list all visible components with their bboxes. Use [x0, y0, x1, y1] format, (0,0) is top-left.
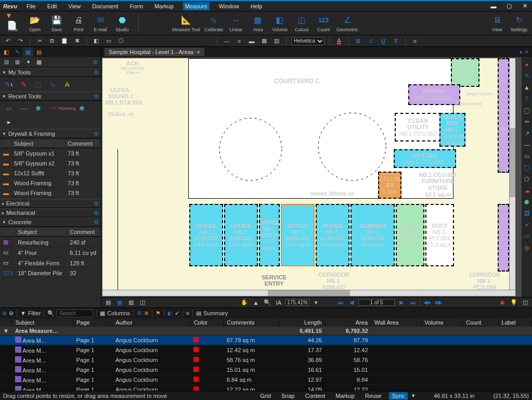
- del-icon[interactable]: ✖: [144, 310, 149, 317]
- panel-gear-icon[interactable]: ⚙: [93, 59, 100, 66]
- zoom-tool-icon[interactable]: 🔍: [263, 299, 272, 307]
- room-orange[interactable]: NB.1.CCU.05ES5.1sq. m: [378, 172, 401, 199]
- tab-toolchest[interactable]: ◧: [1, 47, 11, 57]
- measure-tool-button[interactable]: 📐Measure Tool: [172, 15, 200, 32]
- room-duct[interactable]: DUCTNB.1.PLT.00411.3 sq.m: [425, 204, 454, 266]
- drywall-row[interactable]: ▬Wood Framing73 ft: [1, 189, 100, 198]
- status-sync[interactable]: Sync: [389, 392, 408, 399]
- room-office-3[interactable]: OFFICENB.1.ADM.008.2sq.m: [259, 204, 280, 266]
- room-oncall[interactable]: ON CALLNB.1.CCU.055: [394, 149, 456, 168]
- new-button[interactable]: ▾📄New: [4, 15, 22, 32]
- rtool-15[interactable]: ✔: [523, 221, 531, 229]
- hand-tool-icon[interactable]: ✋: [240, 299, 249, 307]
- col-color[interactable]: Color: [190, 318, 223, 327]
- viewmode-4[interactable]: ◫: [138, 299, 147, 307]
- status-markup[interactable]: Markup: [332, 392, 358, 399]
- rtool-11[interactable]: ⬠: [523, 175, 531, 183]
- recent-2[interactable]: —: [18, 103, 29, 113]
- tool1-icon[interactable]: ◧: [92, 37, 101, 45]
- status-sync-dropdown[interactable]: ▾: [412, 392, 415, 399]
- expand-icon[interactable]: ⊕: [2, 310, 7, 317]
- gear-icon[interactable]: ⚙: [94, 131, 99, 137]
- calibrate-button[interactable]: ∿Calibrate: [204, 15, 223, 32]
- status-grid[interactable]: Grid: [257, 392, 274, 399]
- studio-button[interactable]: ⬣Studio: [113, 15, 131, 32]
- concrete-row[interactable]: ▭4" Pour6.11 cu yd: [1, 248, 100, 257]
- menu-form[interactable]: Form: [127, 2, 145, 10]
- col-page[interactable]: Page: [73, 318, 112, 327]
- gear2-icon[interactable]: ⚙: [137, 310, 142, 317]
- status-reuse[interactable]: Reuse: [362, 392, 385, 399]
- room-seminar[interactable]: SEMINARNB.1.ADM.00616.0 sq.m: [351, 204, 395, 266]
- bold-button[interactable]: B: [354, 37, 363, 45]
- zoom-dropdown[interactable]: ▾: [312, 299, 321, 307]
- viewmode-1[interactable]: ▤: [103, 299, 113, 307]
- next-page-icon[interactable]: ▶: [397, 299, 406, 307]
- viewmode-3[interactable]: ▥: [126, 299, 136, 307]
- concrete-row[interactable]: ▦Resurfacing240 sf: [1, 238, 100, 247]
- minimize-icon[interactable]: ▬: [489, 3, 498, 9]
- menu-view[interactable]: View: [67, 2, 83, 10]
- col-subject[interactable]: Subject: [12, 318, 73, 327]
- room-right-purple[interactable]: [498, 58, 509, 173]
- gear-icon[interactable]: ⚙: [94, 93, 99, 100]
- menu-window[interactable]: Window: [217, 2, 241, 10]
- lineweight-icon[interactable]: ≡: [235, 37, 244, 45]
- menu-help[interactable]: Help: [249, 2, 265, 10]
- linecolor-icon[interactable]: ▬: [247, 37, 256, 45]
- rtool-7[interactable]: ↗: [523, 129, 531, 137]
- hscrollbar[interactable]: [102, 290, 515, 296]
- drywall-row[interactable]: ▬Wood Framing73 ft: [1, 179, 100, 188]
- markup-row[interactable]: Area M…Page 1Angus Cockburn87.79 sq m44.…: [0, 336, 532, 345]
- close-icon[interactable]: ✕: [521, 3, 529, 9]
- view-button[interactable]: 🖥View: [488, 15, 506, 32]
- markup-row[interactable]: Area M…Page 1Angus Cockburn8.84 sq m12.9…: [0, 375, 532, 385]
- open-button[interactable]: 📂Open: [26, 15, 44, 32]
- split-icon[interactable]: ◫: [521, 299, 530, 307]
- concrete-row[interactable]: ▭4" Flexible Form128 ft: [1, 259, 100, 268]
- status-icon[interactable]: ◐: [167, 310, 173, 317]
- viewmode-2[interactable]: ▦: [115, 299, 124, 307]
- rtool-6[interactable]: ✏: [523, 118, 531, 126]
- room-office-4-selected[interactable]: OFFICENB.1.ADM.00414.0 sq.m: [281, 204, 315, 266]
- list-icon[interactable]: ≡: [186, 310, 189, 316]
- tab-bookmarks[interactable]: ▤: [34, 47, 44, 57]
- email-button[interactable]: ✉E-mail: [92, 15, 109, 32]
- copy-icon[interactable]: ⧉: [47, 37, 57, 45]
- menu-document[interactable]: Document: [90, 2, 120, 10]
- mytool-3[interactable]: ⬚: [32, 79, 44, 89]
- drywall-row[interactable]: ▬5/8" Gypsum x173 ft: [1, 149, 100, 158]
- rtool-5[interactable]: ◯: [523, 106, 531, 114]
- page-input[interactable]: [358, 299, 395, 306]
- linear-button[interactable]: ↔Linear: [227, 15, 245, 32]
- col-volume[interactable]: Volume: [421, 318, 463, 327]
- menu-measure[interactable]: Measure: [183, 2, 210, 10]
- filter-label[interactable]: Filter: [28, 310, 41, 316]
- recent-3[interactable]: ❄: [32, 103, 44, 113]
- tab-dropdown-icon[interactable]: ▾ ✕: [520, 49, 529, 56]
- mytool-2[interactable]: ✎: [18, 79, 29, 89]
- col-area[interactable]: Area: [325, 318, 371, 327]
- rtool-3[interactable]: ▲: [523, 83, 531, 92]
- drywall-row[interactable]: ▬12x12 Soffit73 ft: [1, 169, 100, 178]
- section-recent[interactable]: ▼Recent Tools⚙: [0, 92, 101, 101]
- settings-button[interactable]: ↻Settings: [510, 15, 528, 32]
- panel-set-icon[interactable]: ▦: [34, 58, 44, 67]
- section-drywall[interactable]: ▼Drywall & Framing⚙: [0, 129, 101, 138]
- col-count[interactable]: Count: [463, 318, 498, 327]
- next-view-icon[interactable]: ●▶: [434, 299, 443, 307]
- hatch-icon[interactable]: ▨: [272, 37, 281, 45]
- rtool-13[interactable]: ⬟: [523, 198, 531, 206]
- col-comments[interactable]: Comments: [224, 318, 279, 327]
- markup-row[interactable]: Area M…Page 1Angus Cockburn12.42 sq m17.…: [0, 345, 532, 355]
- print-button[interactable]: 🖨Print: [70, 15, 87, 32]
- markup-row[interactable]: Area M…Page 1Angus Cockburn15.01 sq m16.…: [0, 365, 532, 375]
- tool2-icon[interactable]: ▭: [104, 37, 113, 45]
- recent-4[interactable]: 〰: [47, 103, 58, 113]
- italic-button[interactable]: I: [366, 37, 375, 45]
- tab-close-icon[interactable]: ×: [197, 49, 200, 55]
- redo-icon[interactable]: ↷: [16, 37, 25, 45]
- light-icon[interactable]: 💡: [509, 299, 518, 307]
- zoom-input[interactable]: [286, 299, 309, 306]
- drawing-canvas[interactable]: COURTYARD C moved 200mm se ULTRA-SOUND 2…: [101, 57, 532, 297]
